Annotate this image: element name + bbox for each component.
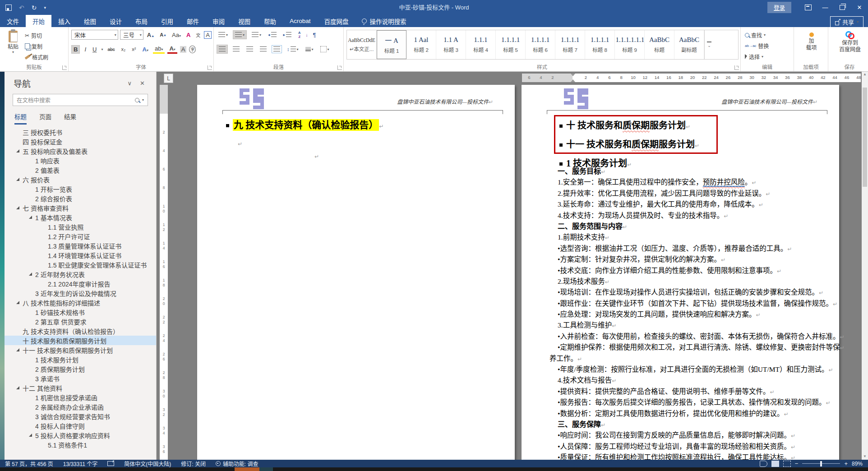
font-color-button[interactable]: A▾ xyxy=(167,45,177,54)
page-indicator[interactable]: 第 57 页，共 456 页 xyxy=(0,460,58,467)
nav-heading-item[interactable]: 1 基本情况表 xyxy=(5,212,156,222)
nav-heading-item[interactable]: 2 偏差表 xyxy=(5,165,156,175)
copy-button[interactable]: 复制 xyxy=(23,42,50,51)
nav-heading-item[interactable]: 1.3 质量管理体系认证证书 xyxy=(5,241,156,250)
language-indicator[interactable]: 简体中文(中国大陆) xyxy=(119,460,176,467)
select-button[interactable]: 选择▾ xyxy=(743,52,792,61)
text-effects-button[interactable]: A▾ xyxy=(141,46,150,53)
proofing-status-icon[interactable] xyxy=(102,461,119,466)
nav-heading-item[interactable]: 3 诚信合规经营要求告知书 xyxy=(5,411,156,421)
tab-帮助[interactable]: 帮助 xyxy=(257,15,283,27)
nav-heading-item[interactable]: 2 第五章 供货要求 xyxy=(5,317,156,326)
show-hide-marks-button[interactable]: ¶ xyxy=(311,30,318,40)
web-layout-button[interactable] xyxy=(783,461,791,467)
zoom-out-button[interactable]: − xyxy=(795,460,799,467)
save-icon[interactable] xyxy=(5,5,12,11)
strikethrough-button[interactable]: abc xyxy=(106,46,116,52)
font-name-select[interactable]: 宋体▾ xyxy=(71,30,118,40)
document-page-left[interactable]: 盘锦中亚石油技术有限公司—投标文件↵ 九 技术支持资料（确认检验报告）↵ ↵ ↵ xyxy=(197,85,515,460)
nav-heading-item[interactable]: 1.4 环境管理体系认证证书 xyxy=(5,250,156,260)
zoom-in-button[interactable]: + xyxy=(844,460,848,467)
align-right-button[interactable] xyxy=(245,45,255,53)
nav-heading-item[interactable]: 3 近年发生的诉讼及仲裁情况 xyxy=(5,288,156,298)
nav-heading-item[interactable]: 六 报价表 xyxy=(5,175,156,184)
navigation-pane-close-icon[interactable]: ✕ xyxy=(136,80,149,87)
nav-tab-结果[interactable]: 结果 xyxy=(64,112,76,125)
decrease-indent-button[interactable]: ◂ xyxy=(266,31,278,39)
borders-button[interactable]: ▾ xyxy=(319,45,331,54)
shading-button[interactable]: ▾ xyxy=(304,46,315,53)
style-标题 7[interactable]: 1.1.1.1标题 7 xyxy=(555,30,585,59)
undo-icon[interactable]: ↶ xyxy=(19,4,24,11)
tab-开始[interactable]: 开始 xyxy=(26,15,51,27)
expand-triangle-icon[interactable] xyxy=(16,301,19,304)
nav-heading-item[interactable]: 十 技术服务和质保期服务计划 xyxy=(5,336,156,345)
style-标题 1[interactable]: 一 A标题 1 xyxy=(377,30,406,59)
grow-font-button[interactable]: A▲ xyxy=(145,31,156,39)
nav-heading-item[interactable]: 2 质保期服务计划 xyxy=(5,364,156,374)
horizontal-ruler[interactable]: 6422468101214161820222426283032343638404… xyxy=(522,74,861,82)
line-spacing-button[interactable]: ↕▾ xyxy=(285,45,300,53)
save-to-baidu-button[interactable]: 保存到 百度网盘 xyxy=(831,29,868,53)
nav-heading-item[interactable]: 1 机密信息接受承诺函 xyxy=(5,392,156,402)
restore-button[interactable] xyxy=(834,0,851,15)
nav-heading-item[interactable]: 2.1 2024年度审计报告 xyxy=(5,279,156,288)
expand-triangle-icon[interactable] xyxy=(29,272,32,276)
nav-heading-item[interactable]: 七 资格审查资料 xyxy=(5,203,156,212)
style-标题[interactable]: AaBbC标题 xyxy=(645,30,674,59)
style-副标题[interactable]: AaBbC副标题 xyxy=(674,30,704,59)
nav-heading-item[interactable]: 1 砂锚技术规格书 xyxy=(5,307,156,317)
nav-heading-item[interactable]: 5.1 资格条件1 xyxy=(5,440,156,449)
subscript-button[interactable]: x₂ xyxy=(120,46,128,52)
align-center-button[interactable] xyxy=(231,45,241,53)
expand-triangle-icon[interactable] xyxy=(16,348,19,351)
nav-heading-item[interactable]: 1 开标一览表 xyxy=(5,184,156,194)
character-shading-button[interactable]: A xyxy=(180,46,187,53)
enclose-characters-button[interactable]: 字 xyxy=(189,46,196,53)
nav-heading-item[interactable]: 1.1 营业执照 xyxy=(5,222,156,231)
zoom-level[interactable]: 89% xyxy=(852,461,863,467)
customize-qat-icon[interactable]: ▾ xyxy=(44,5,46,10)
tab-file[interactable]: 文件 xyxy=(0,15,26,27)
hanging-indent-marker[interactable] xyxy=(571,79,575,82)
tab-插入[interactable]: 插入 xyxy=(51,15,77,27)
change-case-button[interactable]: Aa▾ xyxy=(170,31,183,39)
tab-引用[interactable]: 引用 xyxy=(154,15,180,27)
first-line-indent-marker[interactable] xyxy=(571,74,575,76)
scroll-down-icon[interactable]: ▼ xyxy=(862,453,868,460)
clear-formatting-button[interactable]: A xyxy=(185,31,192,39)
tab-视图[interactable]: 视图 xyxy=(231,15,257,27)
minimize-button[interactable]: — xyxy=(817,0,834,15)
tab-Acrobat[interactable]: Acrobat xyxy=(283,15,318,27)
scroll-up-icon[interactable]: ▲ xyxy=(862,71,868,78)
bullets-button[interactable]: ▾ xyxy=(217,31,230,39)
redo-icon[interactable]: ↻ xyxy=(32,4,37,11)
shrink-font-button[interactable]: A▼ xyxy=(158,32,168,38)
nav-heading-item[interactable]: 四 投标保证金 xyxy=(5,137,156,146)
text-highlight-button[interactable]: ab▾ xyxy=(153,45,165,54)
tab-审阅[interactable]: 审阅 xyxy=(206,15,231,27)
expand-triangle-icon[interactable] xyxy=(29,216,32,219)
nav-heading-item[interactable]: 2 综合报价表 xyxy=(5,194,156,203)
tab-绘图[interactable]: 绘图 xyxy=(77,15,103,27)
nav-heading-item[interactable]: 十二 其他资料 xyxy=(5,383,156,392)
style-标题 2[interactable]: 1 Aal标题 2 xyxy=(406,30,436,59)
paste-button[interactable]: 粘贴 ▾ xyxy=(3,29,23,61)
cut-button[interactable]: ✂剪切 xyxy=(23,31,50,40)
justify-button[interactable] xyxy=(258,45,268,53)
nav-heading-item[interactable]: 1.2 开户许可证 xyxy=(5,231,156,241)
nav-tab-标题[interactable]: 标题 xyxy=(14,112,27,125)
tab-设计[interactable]: 设计 xyxy=(103,15,129,27)
nav-heading-item[interactable]: 4 投标人自律守则 xyxy=(5,421,156,430)
find-button[interactable]: 查找▾ xyxy=(743,31,792,39)
styles-gallery-more-button[interactable]: ⌄ xyxy=(704,30,714,59)
tab-布局[interactable]: 布局 xyxy=(129,15,154,27)
style-↵本文正...[interactable]: AaBbCcDdE↵本文正... xyxy=(347,30,377,59)
nav-heading-item[interactable]: 2 亲属经商办企业承诺函 xyxy=(5,402,156,411)
style-标题 3[interactable]: 1.1 A标题 3 xyxy=(436,30,466,59)
distribute-button[interactable] xyxy=(272,45,282,53)
style-标题 4[interactable]: 1.1.1标题 4 xyxy=(466,30,496,59)
nav-heading-item[interactable]: 1 技术服务计划 xyxy=(5,355,156,364)
ribbon-display-options-icon[interactable] xyxy=(799,0,817,15)
tab-stop-selector[interactable]: L xyxy=(164,74,173,83)
